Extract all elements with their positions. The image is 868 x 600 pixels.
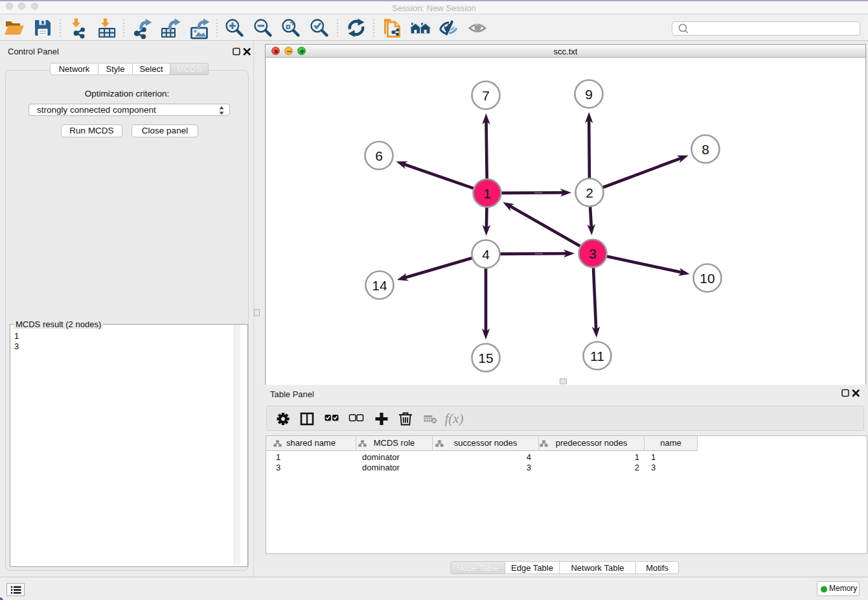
svg-text:7: 7 xyxy=(482,88,490,103)
svg-text:10: 10 xyxy=(700,271,714,286)
svg-text:15: 15 xyxy=(478,351,493,365)
svg-text:2: 2 xyxy=(586,185,593,200)
svg-text:11: 11 xyxy=(590,349,604,363)
svg-text:1: 1 xyxy=(483,186,491,201)
svg-text:14: 14 xyxy=(372,278,387,293)
svg-text:9: 9 xyxy=(585,87,593,102)
svg-text:4: 4 xyxy=(482,247,490,262)
svg-text:6: 6 xyxy=(375,148,383,163)
svg-text:8: 8 xyxy=(702,142,709,157)
svg-text:3: 3 xyxy=(589,246,597,261)
svg-text:f(x): f(x) xyxy=(444,411,463,426)
